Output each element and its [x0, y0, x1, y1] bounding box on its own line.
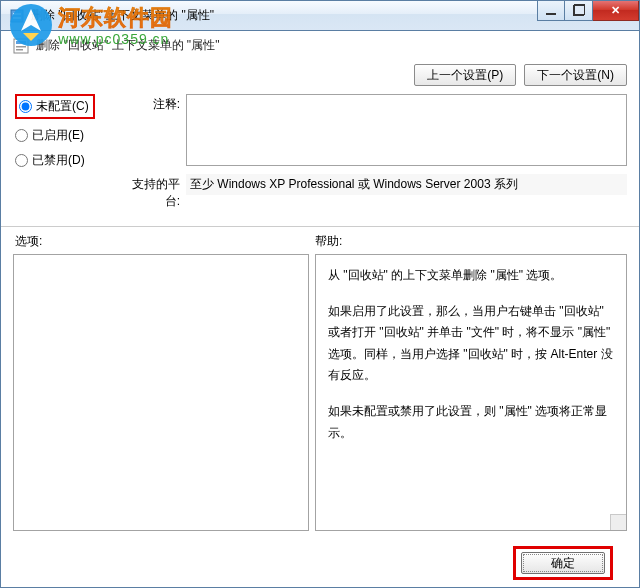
ok-button[interactable]: 确定: [521, 552, 605, 574]
next-setting-button[interactable]: 下一个设置(N): [524, 64, 627, 86]
minimize-button[interactable]: [537, 1, 565, 21]
svg-rect-1: [11, 10, 23, 22]
options-box: [13, 254, 309, 531]
help-p1: 从 "回收站" 的上下文菜单删除 "属性" 选项。: [328, 265, 614, 287]
radio-not-configured-input[interactable]: [19, 100, 32, 113]
radio-enabled[interactable]: 已启用(E): [15, 127, 95, 144]
svg-rect-6: [16, 46, 26, 48]
radio-disabled[interactable]: 已禁用(D): [15, 152, 95, 169]
platform-label: 支持的平台:: [125, 174, 180, 210]
radio-not-configured[interactable]: 未配置(C): [15, 94, 95, 119]
options-label: 选项:: [15, 233, 315, 250]
svg-rect-7: [16, 49, 23, 51]
radio-enabled-input[interactable]: [15, 129, 28, 142]
subtitle-row: 删除 "回收站" 上下文菜单的 "属性": [1, 31, 639, 58]
remark-textarea[interactable]: [186, 94, 627, 166]
window-controls: [537, 1, 639, 21]
radio-disabled-input[interactable]: [15, 154, 28, 167]
maximize-button[interactable]: [565, 1, 593, 21]
help-label: 帮助:: [315, 233, 342, 250]
svg-rect-5: [16, 41, 26, 44]
policy-icon: [13, 38, 29, 54]
radio-disabled-label: 已禁用(D): [32, 152, 85, 169]
radio-enabled-label: 已启用(E): [32, 127, 84, 144]
svg-rect-2: [13, 13, 21, 15]
section-labels: 选项: 帮助:: [1, 227, 639, 254]
state-radio-group: 未配置(C) 已启用(E) 已禁用(D): [15, 94, 95, 169]
top-area: 上一个设置(P) 下一个设置(N) 未配置(C) 已启用(E) 已禁用(D) 注…: [1, 58, 639, 227]
ok-highlight: 确定: [513, 546, 613, 580]
resize-grip-icon[interactable]: [610, 514, 626, 530]
dialog-window: 河东软件园 www.pc0359.cn 删除 "回收站" 上下文菜单的 "属性"…: [0, 0, 640, 588]
close-button[interactable]: [593, 1, 639, 21]
subtitle-text: 删除 "回收站" 上下文菜单的 "属性": [36, 38, 219, 52]
lower-area: 从 "回收站" 的上下文菜单删除 "属性" 选项。 如果启用了此设置，那么，当用…: [1, 254, 639, 539]
svg-rect-3: [13, 17, 21, 19]
titlebar[interactable]: 删除 "回收站" 上下文菜单的 "属性": [1, 1, 639, 31]
prev-setting-button[interactable]: 上一个设置(P): [414, 64, 516, 86]
window-title: 删除 "回收站" 上下文菜单的 "属性": [31, 7, 214, 24]
bottom-bar: 确定: [1, 539, 639, 587]
help-box[interactable]: 从 "回收站" 的上下文菜单删除 "属性" 选项。 如果启用了此设置，那么，当用…: [315, 254, 627, 531]
help-p3: 如果未配置或禁用了此设置，则 "属性" 选项将正常显示。: [328, 401, 614, 444]
remark-label: 注释:: [125, 94, 180, 113]
platform-value: 至少 Windows XP Professional 或 Windows Ser…: [186, 174, 627, 195]
help-p2: 如果启用了此设置，那么，当用户右键单击 "回收站" 或者打开 "回收站" 并单击…: [328, 301, 614, 387]
app-icon: [9, 8, 25, 24]
radio-not-configured-label: 未配置(C): [36, 98, 89, 115]
